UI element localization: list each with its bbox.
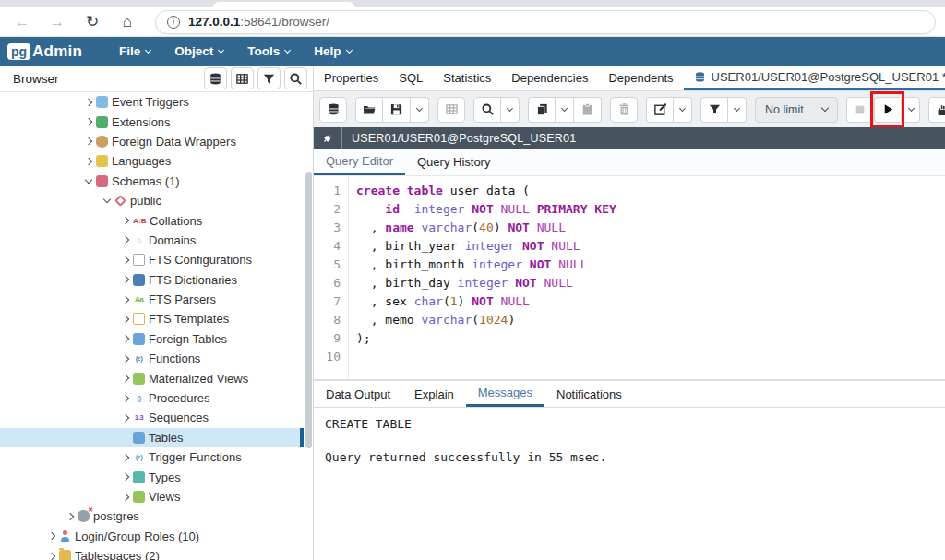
tab-data-output[interactable]: Data Output xyxy=(314,381,402,407)
menu-tools[interactable]: Tools xyxy=(247,44,290,58)
grid-view-icon[interactable] xyxy=(231,67,254,89)
tree-item-fts-templates[interactable]: FTS Templates xyxy=(0,309,304,328)
servers-icon[interactable] xyxy=(204,67,227,89)
tree-item-foreign-tables[interactable]: Foreign Tables xyxy=(0,329,304,349)
chevron-right-icon[interactable] xyxy=(63,514,77,519)
tree-item-functions[interactable]: (ε)Functions xyxy=(0,349,304,368)
code-line: , sex char(1) NOT NULL xyxy=(356,292,616,311)
copy-icon[interactable] xyxy=(528,97,556,123)
chevron-right-icon[interactable] xyxy=(118,336,132,341)
tab-statistics[interactable]: Statistics xyxy=(433,66,501,90)
chevron-right-icon[interactable] xyxy=(118,455,132,460)
tree-item-extensions[interactable]: Extensions xyxy=(0,112,304,131)
chevron-right-icon[interactable] xyxy=(81,159,95,164)
save-file-icon[interactable] xyxy=(383,97,411,123)
tab-query-history[interactable]: Query History xyxy=(405,149,502,175)
tree-item-views[interactable]: Views xyxy=(0,487,304,506)
chevron-right-icon[interactable] xyxy=(44,554,58,559)
tree-item-login-group-roles-10[interactable]: Login/Group Roles (10) xyxy=(0,527,304,546)
browser-tab[interactable] xyxy=(212,2,355,9)
stop-icon[interactable] xyxy=(846,97,874,123)
tab-query-editor[interactable]: Query Editor xyxy=(314,149,405,175)
chevron-right-icon[interactable] xyxy=(118,218,132,223)
tab-properties[interactable]: Properties xyxy=(314,66,389,90)
open-file-icon[interactable] xyxy=(355,97,383,123)
tree-item-collations[interactable]: A↓BCollations xyxy=(0,210,304,230)
tab-sql[interactable]: SQL xyxy=(389,66,433,90)
commit-icon[interactable] xyxy=(928,97,945,123)
menu-help[interactable]: Help xyxy=(314,44,351,58)
tree-item-languages[interactable]: Languages xyxy=(0,151,304,171)
chevron-right-icon[interactable] xyxy=(81,119,95,125)
copy-dropdown-icon[interactable] xyxy=(556,97,574,123)
chevron-right-icon[interactable] xyxy=(118,396,132,401)
editor-tabbar: Query EditorQuery History xyxy=(314,149,945,176)
sidebar-scrollbar[interactable] xyxy=(305,172,312,448)
tree-item-public[interactable]: public xyxy=(0,191,304,210)
tree-item-fts-configurations[interactable]: FTS Configurations xyxy=(0,250,304,269)
chevron-right-icon[interactable] xyxy=(81,100,95,105)
chevron-right-icon[interactable] xyxy=(118,494,132,500)
tree-item-fts-parsers[interactable]: AaFTS Parsers xyxy=(0,290,304,309)
menu-object[interactable]: Object xyxy=(174,44,223,58)
execute-dropdown-icon[interactable] xyxy=(902,97,920,123)
search-icon[interactable] xyxy=(284,67,307,89)
tree-item-postgres[interactable]: postgres xyxy=(0,506,304,526)
save-data-changes-icon[interactable] xyxy=(437,97,465,123)
chevron-right-icon[interactable] xyxy=(44,533,58,539)
filter-dropdown-icon[interactable] xyxy=(728,97,747,123)
tree-item-sequences[interactable]: 1.3Sequences xyxy=(0,408,304,427)
filter-rows-icon[interactable] xyxy=(700,97,728,123)
tab-explain[interactable]: Explain xyxy=(402,381,466,407)
tree-item-types[interactable]: Types xyxy=(0,467,304,486)
tab-messages[interactable]: Messages xyxy=(466,381,544,407)
macro-edit-icon[interactable] xyxy=(646,97,674,123)
delete-icon[interactable] xyxy=(610,97,638,123)
save-dropdown-icon[interactable] xyxy=(411,97,429,123)
execute-query-icon[interactable] xyxy=(874,97,902,123)
paste-icon[interactable] xyxy=(574,97,602,123)
chevron-right-icon[interactable] xyxy=(118,257,132,263)
filter-icon[interactable] xyxy=(257,67,281,89)
chevron-right-icon[interactable] xyxy=(118,297,132,303)
chevron-right-icon[interactable] xyxy=(118,237,132,243)
home-icon[interactable]: ⌂ xyxy=(114,9,140,35)
tab-dependencies[interactable]: Dependencies xyxy=(501,66,598,90)
tab-dependents[interactable]: Dependents xyxy=(598,66,683,90)
chevron-right-icon[interactable] xyxy=(118,356,132,362)
query-tool-icon[interactable] xyxy=(319,97,347,123)
chevron-down-icon[interactable] xyxy=(100,199,114,202)
forward-icon[interactable]: → xyxy=(44,9,70,35)
chevron-right-icon[interactable] xyxy=(118,415,132,421)
find-icon[interactable] xyxy=(473,97,501,123)
macro-dropdown-icon[interactable] xyxy=(674,97,692,123)
tables-icon xyxy=(133,432,145,444)
back-icon[interactable]: ← xyxy=(9,9,35,35)
chevron-right-icon[interactable] xyxy=(118,375,132,381)
find-dropdown-icon[interactable] xyxy=(501,97,520,123)
tab-notifications[interactable]: Notifications xyxy=(544,381,634,407)
tree-item-schemas-1[interactable]: Schemas (1) xyxy=(0,172,304,191)
row-limit-select[interactable]: No limit xyxy=(755,97,838,123)
tree-item-tablespaces-2[interactable]: Tablespaces (2) xyxy=(0,546,304,560)
chevron-right-icon[interactable] xyxy=(118,277,132,282)
tree-item-foreign-data-wrappers[interactable]: Foreign Data Wrappers xyxy=(0,132,304,151)
menu-file[interactable]: File xyxy=(119,44,150,58)
tree-item-trigger-functions[interactable]: (ε)Trigger Functions xyxy=(0,447,304,467)
tree-item-materialized-views[interactable]: Materialized Views xyxy=(0,368,304,387)
tree-item-fts-dictionaries[interactable]: FTS Dictionaries xyxy=(0,270,304,290)
tree-item-procedures[interactable]: ()Procedures xyxy=(0,388,304,408)
tree-item-domains[interactable]: ⌂Domains xyxy=(0,231,304,250)
address-bar[interactable]: i 127.0.0.1:58641/browser/ xyxy=(155,10,936,34)
chevron-right-icon[interactable] xyxy=(118,316,132,322)
chevron-right-icon[interactable] xyxy=(81,138,95,144)
tree-item-tables[interactable]: Tables xyxy=(0,428,304,447)
query-editor[interactable]: 12345678910 create table user_data ( id … xyxy=(314,176,945,379)
chevron-right-icon[interactable] xyxy=(118,474,132,480)
chevron-down-icon[interactable] xyxy=(81,180,95,183)
refresh-icon[interactable]: ↻ xyxy=(79,9,105,35)
site-info-icon[interactable]: i xyxy=(167,16,180,29)
tree-item-event-triggers[interactable]: Event Triggers xyxy=(0,92,304,112)
tab-query-tool[interactable]: USER01/USER01@PostgreSQL_USER01 * xyxy=(684,66,945,90)
sql-code[interactable]: create table user_data ( id integer NOT … xyxy=(349,176,616,379)
